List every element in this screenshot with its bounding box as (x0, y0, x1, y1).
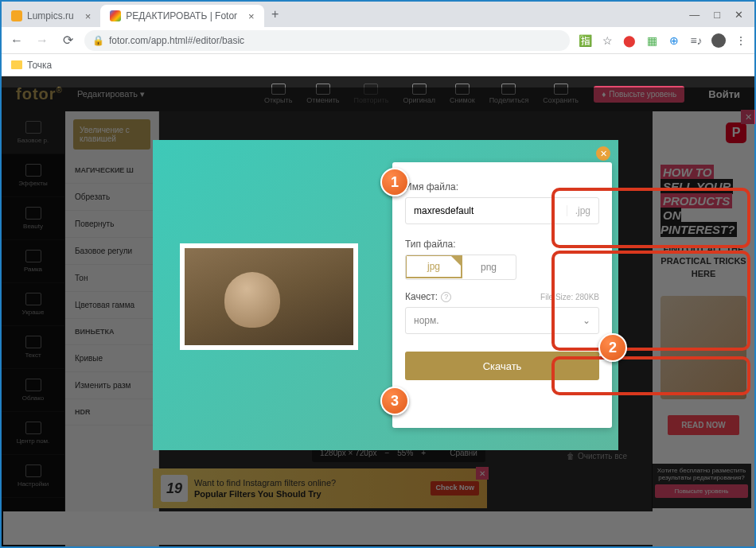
extension-icon[interactable]: ▦ (645, 33, 659, 48)
export-panel: Имя файла: maxresdefault .jpg Тип файла:… (392, 162, 612, 428)
tab-title: РЕДАКТИРОВАТЬ | Fotor (126, 10, 237, 21)
lock-icon: 🔒 (92, 35, 104, 46)
quality-label: Качест: ? (405, 291, 451, 302)
window-close-icon[interactable]: ✕ (735, 9, 743, 21)
download-button[interactable]: Скачать (405, 352, 599, 380)
window-minimize-icon[interactable]: — (689, 9, 699, 21)
help-icon[interactable]: ? (441, 292, 451, 302)
menu-icon[interactable]: ⋮ (734, 33, 748, 48)
filetype-toggle: jpg png (405, 255, 516, 280)
bookmark-star-icon[interactable]: ☆ (600, 33, 614, 48)
filetype-jpg[interactable]: jpg (405, 255, 462, 278)
url-text: fotor.com/app.html#/editor/basic (109, 35, 244, 46)
playlist-icon[interactable]: ≡♪ (689, 33, 703, 48)
url-input[interactable]: 🔒 fotor.com/app.html#/editor/basic (84, 30, 570, 51)
bookmarks-bar: Точка (2, 54, 754, 76)
browser-titlebar: Lumpics.ru × РЕДАКТИРОВАТЬ | Fotor × + —… (2, 2, 754, 27)
bookmark-item[interactable]: Точка (27, 60, 52, 71)
chevron-down-icon: ⌄ (583, 315, 590, 326)
quality-select[interactable]: норм. ⌄ (405, 307, 599, 334)
browser-tab[interactable]: Lumpics.ru × (2, 5, 100, 27)
extension-icon[interactable]: ⊕ (667, 33, 681, 48)
browser-tab-active[interactable]: РЕДАКТИРОВАТЬ | Fotor × (100, 5, 263, 27)
address-bar: ← → ⟳ 🔒 fotor.com/app.html#/editor/basic… (2, 27, 754, 54)
tab-favicon (11, 10, 22, 21)
tab-close-icon[interactable]: × (248, 10, 255, 22)
modal-overlay: ✕ Имя файла: maxresdefault .jpg Тип файл… (2, 87, 754, 546)
filename-ext: .jpg (567, 205, 590, 216)
filetype-label: Тип файла: (405, 239, 599, 250)
nav-back-icon[interactable]: ← (8, 33, 25, 48)
export-dialog: ✕ Имя файла: maxresdefault .jpg Тип файл… (153, 140, 618, 450)
new-tab-button[interactable]: + (264, 7, 286, 21)
image-preview (180, 243, 358, 350)
extension-icon[interactable]: ⬤ (622, 33, 637, 48)
file-size-label: File Size: 280KB (540, 293, 599, 301)
dialog-close-icon[interactable]: ✕ (596, 146, 610, 161)
tab-close-icon[interactable]: × (85, 10, 92, 22)
filename-value: maxresdefault (414, 205, 473, 216)
tab-title: Lumpics.ru (27, 10, 74, 21)
window-maximize-icon[interactable]: □ (714, 9, 720, 21)
translate-icon[interactable]: 🈯 (578, 33, 592, 48)
filename-input[interactable]: maxresdefault .jpg (405, 197, 599, 224)
profile-avatar[interactable] (711, 33, 726, 48)
nav-reload-icon[interactable]: ⟳ (59, 33, 76, 48)
filetype-png[interactable]: png (462, 255, 516, 279)
quality-value: норм. (414, 315, 439, 326)
folder-icon (11, 60, 22, 69)
tab-favicon (110, 10, 121, 21)
nav-forward-icon: → (33, 33, 51, 48)
filename-label: Имя файла: (405, 181, 599, 192)
